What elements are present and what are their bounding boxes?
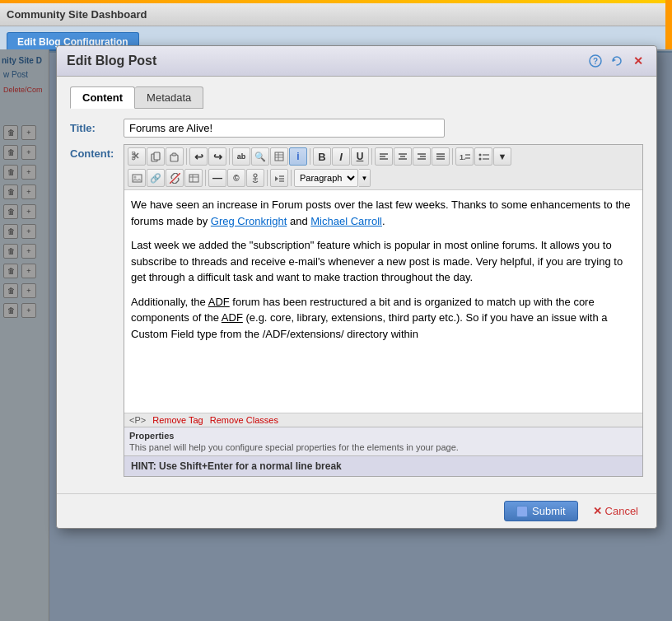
- toolbar-format-select[interactable]: Paragraph Heading 1 Heading 2 Heading 3: [294, 169, 358, 187]
- toolbar-separator: [205, 170, 206, 186]
- toolbar-cut-button[interactable]: [128, 147, 146, 166]
- rte-hint-bar: HINT: Use Shift+Enter for a normal line …: [124, 455, 642, 476]
- modal-body: Content Metadata Title: Content:: [57, 77, 656, 493]
- toolbar-link-button[interactable]: 🔗: [147, 169, 165, 187]
- svg-rect-35: [189, 175, 198, 182]
- toolbar-bold-button[interactable]: B: [313, 147, 331, 166]
- svg-marker-2: [613, 58, 616, 62]
- toolbar-image-button[interactable]: [128, 169, 146, 187]
- toolbar-separator: [186, 148, 187, 165]
- cancel-button[interactable]: ✕ Cancel: [585, 501, 646, 521]
- link-greg[interactable]: Greg Cronkright: [211, 215, 287, 227]
- svg-point-28: [478, 153, 481, 156]
- title-input[interactable]: [124, 119, 445, 138]
- cancel-label: Cancel: [605, 505, 638, 517]
- app-title: Community Site Dashboard: [7, 8, 147, 21]
- toolbar-align-left-button[interactable]: [375, 147, 393, 166]
- rte-remove-classes-link[interactable]: Remove Classes: [210, 415, 278, 425]
- toolbar-indent-button[interactable]: [270, 169, 288, 187]
- toolbar-copy-button[interactable]: [147, 147, 165, 166]
- toolbar-justify-button[interactable]: [432, 147, 450, 166]
- tab-content[interactable]: Content: [70, 86, 135, 109]
- svg-text:?: ?: [593, 57, 598, 66]
- svg-point-3: [132, 152, 135, 155]
- toolbar-find-button[interactable]: 🔍: [251, 147, 269, 166]
- toolbar-align-center-button[interactable]: [394, 147, 412, 166]
- edit-blog-post-modal: Edit Blog Post ? ✕ Content Metadata: [56, 45, 657, 529]
- toolbar-separator: [371, 148, 372, 165]
- toolbar-table-button[interactable]: [270, 147, 288, 166]
- toolbar-table-toggle-button[interactable]: [184, 169, 203, 187]
- rte-properties-panel: Properties This panel will help you conf…: [124, 427, 642, 455]
- toolbar-info-button[interactable]: i: [289, 147, 307, 166]
- svg-rect-6: [154, 152, 160, 160]
- toolbar-separator: [291, 170, 292, 186]
- modal-header: Edit Blog Post ? ✕: [57, 46, 656, 77]
- modal-controls: ? ✕: [587, 53, 646, 69]
- modal-close-button[interactable]: ✕: [630, 53, 646, 69]
- cancel-x-icon: ✕: [593, 505, 602, 517]
- right-accent-bar: [665, 0, 672, 49]
- rte-toolbar: ↩ ↪ ab 🔍 i: [124, 145, 642, 190]
- toolbar-format-dropdown-arrow[interactable]: ▼: [359, 169, 371, 187]
- svg-point-4: [132, 156, 135, 160]
- link-michael[interactable]: Michael Carroll: [310, 215, 382, 227]
- rte-remove-tag-link[interactable]: Remove Tag: [152, 415, 203, 425]
- rte-toolbar-row1: ↩ ↪ ab 🔍 i: [128, 147, 639, 166]
- toolbar-redo-button[interactable]: ↪: [208, 147, 226, 166]
- content-label: Content:: [70, 144, 124, 160]
- toolbar-find-replace-button[interactable]: ab: [232, 147, 250, 166]
- rte-toolbar-row2: 🔗 — ©: [128, 169, 639, 187]
- tab-metadata[interactable]: Metadata: [135, 86, 203, 109]
- help-icon: ?: [589, 54, 602, 68]
- submit-label: Submit: [532, 505, 565, 517]
- svg-point-29: [478, 157, 481, 160]
- svg-rect-9: [275, 152, 283, 161]
- submit-button[interactable]: Submit: [504, 501, 577, 521]
- rte-editor-content[interactable]: We have seen an increase in Forum posts …: [124, 190, 642, 413]
- toolbar-undo-button[interactable]: ↩: [189, 147, 208, 166]
- toolbar-unlink-button[interactable]: [166, 169, 184, 187]
- refresh-icon: [610, 54, 623, 68]
- rich-text-editor: ↩ ↪ ab 🔍 i: [124, 144, 643, 477]
- submit-icon: [516, 506, 528, 517]
- toolbar-separator: [229, 148, 230, 165]
- title-label: Title:: [70, 119, 124, 134]
- toolbar-copyright-button[interactable]: ©: [227, 169, 245, 187]
- toolbar-separator: [267, 170, 268, 186]
- inner-tabs: Content Metadata: [70, 86, 643, 109]
- toolbar-anchor-button[interactable]: [246, 169, 264, 187]
- modal-help-button[interactable]: ?: [587, 53, 604, 69]
- svg-point-33: [133, 175, 136, 178]
- svg-point-38: [254, 174, 257, 177]
- orange-accent-bar: [0, 0, 672, 3]
- content-row: Content:: [70, 144, 643, 477]
- modal-footer: Submit ✕ Cancel: [57, 493, 656, 528]
- rte-properties-text: This panel will help you configure speci…: [129, 442, 637, 452]
- modal-refresh-button[interactable]: [609, 53, 625, 69]
- rte-properties-title: Properties: [129, 431, 637, 441]
- toolbar-paste-button[interactable]: [166, 147, 184, 166]
- rte-hint-text: HINT: Use Shift+Enter for a normal line …: [131, 460, 342, 472]
- rte-tag-label: <P>: [129, 415, 146, 425]
- svg-rect-8: [172, 153, 176, 156]
- toolbar-underline-button[interactable]: U: [351, 147, 369, 166]
- title-row: Title:: [70, 119, 643, 138]
- toolbar-more-button[interactable]: ▼: [493, 147, 511, 166]
- modal-title: Edit Blog Post: [67, 54, 156, 68]
- toolbar-italic-button[interactable]: I: [332, 147, 350, 166]
- toolbar-hr-button[interactable]: —: [208, 169, 226, 187]
- rte-statusbar: <P> Remove Tag Remove Classes: [124, 413, 642, 427]
- toolbar-align-right-button[interactable]: [413, 147, 431, 166]
- toolbar-ol-button[interactable]: 1.: [455, 147, 474, 166]
- toolbar-separator: [310, 148, 310, 165]
- toolbar-ul-button[interactable]: [474, 147, 492, 166]
- toolbar-separator: [452, 148, 453, 165]
- top-bar: Community Site Dashboard: [0, 3, 672, 26]
- svg-text:1.: 1.: [460, 153, 466, 161]
